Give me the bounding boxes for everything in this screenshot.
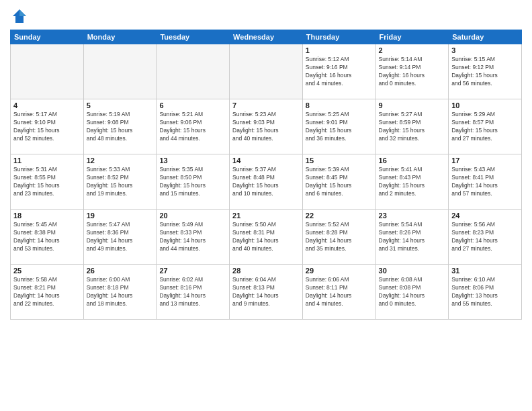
calendar-cell: 21Sunrise: 5:50 AM Sunset: 8:31 PM Dayli…	[230, 210, 303, 265]
calendar-cell: 6Sunrise: 5:21 AM Sunset: 9:06 PM Daylig…	[157, 99, 230, 154]
calendar-cell: 18Sunrise: 5:45 AM Sunset: 8:38 PM Dayli…	[11, 210, 84, 265]
calendar-cell: 7Sunrise: 5:23 AM Sunset: 9:03 PM Daylig…	[230, 99, 303, 154]
calendar-cell: 24Sunrise: 5:56 AM Sunset: 8:23 PM Dayli…	[449, 210, 522, 265]
day-info: Sunrise: 5:23 AM Sunset: 9:03 PM Dayligh…	[232, 111, 300, 143]
calendar-cell: 29Sunrise: 6:06 AM Sunset: 8:11 PM Dayli…	[302, 265, 375, 320]
day-number: 20	[159, 212, 226, 220]
weekday-header-wednesday: Wednesday	[230, 30, 303, 44]
day-info: Sunrise: 6:10 AM Sunset: 8:06 PM Dayligh…	[451, 276, 519, 308]
day-info: Sunrise: 5:50 AM Sunset: 8:31 PM Dayligh…	[232, 221, 300, 253]
day-info: Sunrise: 5:27 AM Sunset: 8:59 PM Dayligh…	[379, 111, 446, 143]
day-info: Sunrise: 6:06 AM Sunset: 8:11 PM Dayligh…	[306, 276, 373, 308]
day-info: Sunrise: 5:17 AM Sunset: 9:10 PM Dayligh…	[13, 111, 81, 143]
calendar-cell: 11Sunrise: 5:31 AM Sunset: 8:55 PM Dayli…	[11, 154, 84, 210]
day-number: 19	[87, 212, 154, 220]
day-number: 9	[379, 101, 446, 109]
logo-icon	[10, 7, 29, 26]
calendar-cell: 17Sunrise: 5:43 AM Sunset: 8:41 PM Dayli…	[449, 154, 522, 210]
weekday-header-tuesday: Tuesday	[157, 30, 230, 44]
calendar-cell: 3Sunrise: 5:15 AM Sunset: 9:12 PM Daylig…	[449, 44, 522, 99]
calendar-cell: 16Sunrise: 5:41 AM Sunset: 8:43 PM Dayli…	[375, 154, 449, 210]
day-info: Sunrise: 5:15 AM Sunset: 9:12 PM Dayligh…	[451, 56, 519, 88]
calendar-cell: 9Sunrise: 5:27 AM Sunset: 8:59 PM Daylig…	[375, 99, 449, 154]
day-number: 17	[451, 156, 519, 165]
calendar-cell	[230, 44, 303, 99]
day-info: Sunrise: 5:21 AM Sunset: 9:06 PM Dayligh…	[159, 111, 226, 143]
calendar-week-3: 11Sunrise: 5:31 AM Sunset: 8:55 PM Dayli…	[11, 154, 522, 210]
day-info: Sunrise: 6:04 AM Sunset: 8:13 PM Dayligh…	[232, 276, 300, 308]
calendar-header: SundayMondayTuesdayWednesdayThursdayFrid…	[11, 30, 522, 44]
calendar-cell: 19Sunrise: 5:47 AM Sunset: 8:36 PM Dayli…	[83, 210, 157, 265]
calendar-cell: 22Sunrise: 5:52 AM Sunset: 8:28 PM Dayli…	[302, 210, 375, 265]
day-number: 30	[379, 267, 446, 275]
calendar-cell: 25Sunrise: 5:58 AM Sunset: 8:21 PM Dayli…	[11, 265, 84, 320]
day-info: Sunrise: 5:47 AM Sunset: 8:36 PM Dayligh…	[87, 221, 154, 253]
day-info: Sunrise: 5:31 AM Sunset: 8:55 PM Dayligh…	[13, 166, 81, 198]
day-info: Sunrise: 5:58 AM Sunset: 8:21 PM Dayligh…	[13, 276, 81, 308]
calendar-cell: 26Sunrise: 6:00 AM Sunset: 8:18 PM Dayli…	[83, 265, 157, 320]
day-info: Sunrise: 5:45 AM Sunset: 8:38 PM Dayligh…	[13, 221, 81, 253]
calendar: SundayMondayTuesdayWednesdayThursdayFrid…	[10, 30, 522, 320]
day-info: Sunrise: 5:49 AM Sunset: 8:33 PM Dayligh…	[159, 221, 226, 253]
calendar-cell: 13Sunrise: 5:35 AM Sunset: 8:50 PM Dayli…	[157, 154, 230, 210]
day-number: 27	[159, 267, 226, 275]
day-number: 28	[232, 267, 300, 275]
calendar-cell	[11, 44, 84, 99]
day-number: 10	[451, 101, 519, 109]
weekday-header-friday: Friday	[375, 30, 449, 44]
day-number: 23	[379, 212, 446, 220]
calendar-cell	[83, 44, 157, 99]
calendar-week-2: 4Sunrise: 5:17 AM Sunset: 9:10 PM Daylig…	[11, 99, 522, 154]
day-number: 16	[379, 156, 446, 165]
calendar-cell: 28Sunrise: 6:04 AM Sunset: 8:13 PM Dayli…	[230, 265, 303, 320]
svg-marker-1	[19, 9, 26, 16]
day-number: 21	[232, 212, 300, 220]
day-number: 31	[451, 267, 519, 275]
day-number: 2	[379, 46, 446, 54]
day-info: Sunrise: 6:08 AM Sunset: 8:08 PM Dayligh…	[379, 276, 446, 308]
day-info: Sunrise: 6:00 AM Sunset: 8:18 PM Dayligh…	[87, 276, 154, 308]
calendar-body: 1Sunrise: 5:12 AM Sunset: 9:16 PM Daylig…	[11, 44, 522, 320]
day-info: Sunrise: 5:52 AM Sunset: 8:28 PM Dayligh…	[306, 221, 373, 253]
day-number: 1	[306, 46, 373, 54]
weekday-header-monday: Monday	[83, 30, 157, 44]
day-info: Sunrise: 5:29 AM Sunset: 8:57 PM Dayligh…	[451, 111, 519, 143]
calendar-cell: 14Sunrise: 5:37 AM Sunset: 8:48 PM Dayli…	[230, 154, 303, 210]
day-number: 26	[87, 267, 154, 275]
day-info: Sunrise: 5:54 AM Sunset: 8:26 PM Dayligh…	[379, 221, 446, 253]
day-number: 18	[13, 212, 81, 220]
day-info: Sunrise: 6:02 AM Sunset: 8:16 PM Dayligh…	[159, 276, 226, 308]
calendar-week-1: 1Sunrise: 5:12 AM Sunset: 9:16 PM Daylig…	[11, 44, 522, 99]
day-number: 7	[232, 101, 300, 109]
day-number: 12	[87, 156, 154, 165]
day-number: 5	[87, 101, 154, 109]
day-info: Sunrise: 5:56 AM Sunset: 8:23 PM Dayligh…	[451, 221, 519, 253]
day-info: Sunrise: 5:12 AM Sunset: 9:16 PM Dayligh…	[306, 56, 373, 88]
day-info: Sunrise: 5:33 AM Sunset: 8:52 PM Dayligh…	[87, 166, 154, 198]
day-number: 15	[306, 156, 373, 165]
calendar-cell: 20Sunrise: 5:49 AM Sunset: 8:33 PM Dayli…	[157, 210, 230, 265]
day-number: 4	[13, 101, 81, 109]
day-number: 8	[306, 101, 373, 109]
weekday-header-saturday: Saturday	[449, 30, 522, 44]
calendar-cell: 8Sunrise: 5:25 AM Sunset: 9:01 PM Daylig…	[302, 99, 375, 154]
day-number: 14	[232, 156, 300, 165]
day-info: Sunrise: 5:25 AM Sunset: 9:01 PM Dayligh…	[306, 111, 373, 143]
day-info: Sunrise: 5:37 AM Sunset: 8:48 PM Dayligh…	[232, 166, 300, 198]
calendar-week-5: 25Sunrise: 5:58 AM Sunset: 8:21 PM Dayli…	[11, 265, 522, 320]
page: SundayMondayTuesdayWednesdayThursdayFrid…	[0, 0, 532, 411]
day-number: 29	[306, 267, 373, 275]
logo	[10, 7, 32, 26]
day-info: Sunrise: 5:35 AM Sunset: 8:50 PM Dayligh…	[159, 166, 226, 198]
calendar-cell: 23Sunrise: 5:54 AM Sunset: 8:26 PM Dayli…	[375, 210, 449, 265]
day-number: 24	[451, 212, 519, 220]
calendar-cell: 1Sunrise: 5:12 AM Sunset: 9:16 PM Daylig…	[302, 44, 375, 99]
calendar-cell: 4Sunrise: 5:17 AM Sunset: 9:10 PM Daylig…	[11, 99, 84, 154]
day-number: 25	[13, 267, 81, 275]
day-info: Sunrise: 5:41 AM Sunset: 8:43 PM Dayligh…	[379, 166, 446, 198]
calendar-cell: 2Sunrise: 5:14 AM Sunset: 9:14 PM Daylig…	[375, 44, 449, 99]
weekday-header-sunday: Sunday	[11, 30, 84, 44]
calendar-cell: 10Sunrise: 5:29 AM Sunset: 8:57 PM Dayli…	[449, 99, 522, 154]
weekday-row: SundayMondayTuesdayWednesdayThursdayFrid…	[11, 30, 522, 44]
day-info: Sunrise: 5:19 AM Sunset: 9:08 PM Dayligh…	[87, 111, 154, 143]
